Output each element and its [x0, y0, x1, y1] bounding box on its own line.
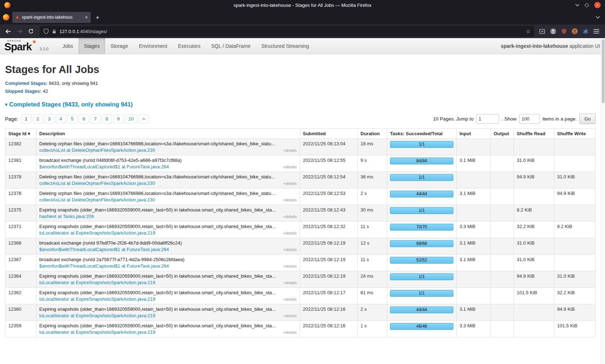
- tasks-progress-label: 1/1: [419, 208, 425, 213]
- stage-input-cell: 3.1 MiB: [457, 304, 491, 321]
- stage-input-cell: 3.1 MiB: [457, 255, 491, 271]
- page-button-2[interactable]: 2: [33, 114, 43, 123]
- navigation-toolbar: 127.0.0.1:4040/stages/ ☆: [0, 24, 605, 38]
- tab-list-chevron-icon[interactable]: [593, 16, 602, 19]
- firefox-view-button[interactable]: [3, 14, 9, 21]
- back-button[interactable]: [3, 26, 13, 36]
- tab-close-icon[interactable]: ×: [85, 15, 88, 20]
- page-button-6[interactable]: 6: [79, 114, 89, 123]
- stage-output-cell: [491, 288, 514, 304]
- spark-nav-sql-dataframe[interactable]: SQL / DataFrame: [206, 38, 256, 54]
- tracking-shield-icon[interactable]: [43, 28, 49, 34]
- stage-detail-link[interactable]: toLocalIterator at ExpireSnapshotsSparkA…: [39, 230, 155, 236]
- stage-detail-link[interactable]: $anonfun$withThreadLocalCaptured$1 at Fu…: [39, 247, 169, 252]
- page-button-7[interactable]: 7: [90, 114, 100, 123]
- column-header-3[interactable]: Duration: [358, 129, 387, 139]
- completed-stages-toggle[interactable]: ▾ Completed Stages (9433, only showing 9…: [5, 101, 596, 108]
- details-toggle[interactable]: +details: [283, 198, 297, 202]
- details-toggle[interactable]: +details: [283, 314, 297, 318]
- details-toggle[interactable]: +details: [283, 214, 297, 219]
- stage-shuffle-read-cell: 94.9 KiB: [514, 271, 554, 288]
- page-button-1[interactable]: 1: [21, 114, 31, 123]
- stage-detail-link[interactable]: toLocalIterator at ExpireSnapshotsSparkA…: [39, 296, 155, 302]
- page-scrollbar[interactable]: [601, 38, 605, 364]
- column-header-7[interactable]: Shuffle Read: [514, 129, 554, 139]
- page-button-9[interactable]: 9: [113, 114, 124, 123]
- spark-nav-environment[interactable]: Environment: [134, 38, 173, 54]
- spark-nav: JobsStagesStorageEnvironmentExecutorsSQL…: [57, 38, 314, 54]
- stage-description-subline: collectAsList at DeleteOrphanFilesSparkA…: [39, 147, 297, 153]
- details-toggle[interactable]: +details: [283, 181, 297, 186]
- window-close-button[interactable]: ×: [594, 2, 601, 8]
- column-header-1[interactable]: Description: [36, 129, 300, 139]
- stage-detail-link[interactable]: $anonfun$withThreadLocalCaptured$1 at Fu…: [39, 164, 169, 169]
- column-header-8[interactable]: Shuffle Write: [554, 129, 596, 139]
- stage-detail-link[interactable]: hasNext at Tasks.java:209: [39, 214, 94, 219]
- details-toggle[interactable]: +details: [283, 330, 297, 335]
- spark-nav-jobs[interactable]: Jobs: [57, 38, 79, 54]
- bookmark-star-icon[interactable]: ☆: [526, 28, 530, 34]
- stage-shuffle-write-cell: 94.9 KiB: [554, 304, 596, 321]
- items-per-page-input[interactable]: [519, 114, 540, 124]
- url-bar[interactable]: 127.0.0.1:4040/stages/ ☆: [40, 26, 534, 37]
- column-header-0[interactable]: Stage Id ▾: [5, 129, 36, 139]
- stage-id-cell: 12375: [5, 205, 36, 222]
- page-button-5[interactable]: 5: [67, 114, 77, 123]
- spark-logo[interactable]: APACHE Spark ★ 3.3.0: [0, 38, 52, 54]
- stage-detail-link[interactable]: toLocalIterator at ExpireSnapshotsSparkA…: [39, 280, 155, 285]
- page-next-button[interactable]: >: [139, 114, 149, 123]
- details-toggle[interactable]: +details: [283, 297, 297, 301]
- details-toggle[interactable]: +details: [283, 148, 297, 153]
- site-security-lock-icon[interactable]: [52, 29, 57, 34]
- tasks-progress-label: 1/1: [419, 142, 425, 147]
- stage-input-cell: [457, 205, 491, 222]
- window-minimize-button[interactable]: [575, 4, 579, 6]
- menu-icon[interactable]: [593, 29, 599, 34]
- stage-detail-link[interactable]: collectAsList at DeleteOrphanFilesSparkA…: [39, 181, 155, 186]
- stage-duration-cell: 2 s: [358, 304, 387, 321]
- details-toggle[interactable]: +details: [283, 247, 297, 252]
- page-button-4[interactable]: 4: [56, 114, 66, 123]
- scrollbar-thumb[interactable]: [602, 39, 605, 103]
- column-header-6[interactable]: Output: [491, 129, 514, 139]
- spark-nav-storage[interactable]: Storage: [105, 38, 134, 54]
- details-toggle[interactable]: +details: [283, 264, 297, 268]
- pocket-icon[interactable]: [539, 28, 545, 35]
- go-button[interactable]: Go: [579, 114, 596, 124]
- tasks-progress-bar: 1/1: [390, 207, 453, 214]
- extension-pinwheel-icon[interactable]: [583, 28, 589, 35]
- completed-stages-label[interactable]: Completed Stages:: [5, 81, 48, 86]
- browser-tab[interactable]: ★ spark-ingest-into-lakehous ×: [12, 12, 91, 23]
- forward-button[interactable]: [14, 26, 24, 36]
- stage-detail-link[interactable]: collectAsList at DeleteOrphanFilesSparkA…: [39, 147, 155, 153]
- stage-detail-link[interactable]: toLocalIterator at ExpireSnapshotsSparkA…: [39, 313, 155, 318]
- details-toggle[interactable]: +details: [283, 231, 297, 235]
- spark-nav-stages[interactable]: Stages: [79, 38, 105, 54]
- column-header-4[interactable]: Tasks: Succeeded/Total: [387, 129, 457, 139]
- account-icon[interactable]: [550, 28, 556, 35]
- page-button-3[interactable]: 3: [44, 114, 54, 123]
- stage-detail-link[interactable]: collectAsList at DeleteOrphanFilesSparkA…: [39, 197, 155, 203]
- jump-to-page-input[interactable]: [476, 114, 499, 124]
- ublock-shield-icon[interactable]: [561, 28, 567, 34]
- column-header-2[interactable]: Submitted: [300, 129, 358, 139]
- new-tab-button[interactable]: +: [94, 14, 102, 21]
- page-button-8[interactable]: 8: [102, 114, 112, 123]
- stage-detail-link[interactable]: toLocalIterator at ExpireSnapshotsSparkA…: [39, 329, 155, 335]
- stage-input-cell: [457, 271, 491, 288]
- reload-button[interactable]: [26, 26, 36, 36]
- skipped-stages-label[interactable]: Skipped Stages:: [5, 88, 41, 94]
- stage-description-text: broadcast exchange (runId 97bdf70e-2f28-…: [39, 240, 297, 246]
- column-header-5[interactable]: Input: [457, 129, 491, 139]
- profile-avatar-icon[interactable]: [572, 28, 578, 35]
- stage-duration-cell: 36 ms: [358, 172, 387, 188]
- details-toggle[interactable]: +details: [283, 165, 297, 169]
- spark-nav-structured-streaming[interactable]: Structured Streaming: [256, 38, 314, 54]
- window-maximize-button[interactable]: [584, 3, 589, 8]
- spark-header: APACHE Spark ★ 3.3.0 JobsStagesStorageEn…: [0, 38, 605, 54]
- spark-nav-executors[interactable]: Executors: [172, 38, 206, 54]
- stage-detail-link[interactable]: $anonfun$withThreadLocalCaptured$1 at Fu…: [39, 263, 169, 269]
- page-button-10[interactable]: 10: [125, 114, 137, 123]
- details-toggle[interactable]: +details: [283, 281, 297, 285]
- stage-description-text: Expiring snapshots (older_than=166932055…: [39, 224, 297, 229]
